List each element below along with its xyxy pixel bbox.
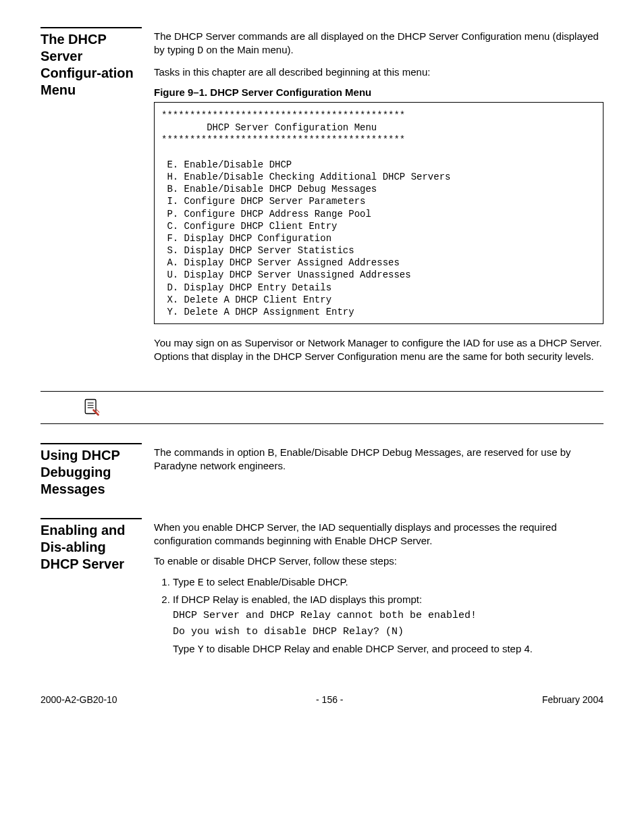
key-literal: E [198, 577, 204, 589]
text: to select Enable/Disable DHCP. [204, 576, 348, 588]
terminal-line: ****************************************… [161, 110, 405, 121]
paragraph: To enable or disable DHCP Server, follow… [154, 554, 603, 568]
side-heading: The DHCP Server Configur-ation Menu [41, 27, 142, 99]
terminal-line: ****************************************… [161, 134, 405, 145]
terminal-line: DHCP Server Configuration Menu [161, 122, 377, 133]
figure-caption: Figure 9–1. DHCP Server Configuration Me… [154, 86, 603, 99]
section-content: When you enable DHCP Server, the IAD seq… [154, 518, 603, 660]
section-content: The DHCP Server commands are all display… [154, 27, 603, 371]
text: If DHCP Relay is enabled, the IAD displa… [173, 594, 422, 605]
footer-left: 2000-A2-GB20-10 [41, 694, 117, 706]
footer-right: February 2004 [542, 694, 603, 706]
text: Type [173, 643, 198, 654]
paragraph: The DHCP Server commands are all display… [154, 30, 603, 59]
paragraph: The commands in option B, Enable/Disable… [154, 446, 603, 473]
text: Type [173, 576, 198, 588]
step-item: If DHCP Relay is enabled, the IAD displa… [173, 593, 603, 657]
note-icon-cell [41, 396, 142, 419]
terminal-output: ****************************************… [154, 102, 603, 324]
key-literal: Y [198, 644, 204, 656]
paragraph: You may sign on as Supervisor or Network… [154, 336, 603, 364]
section-enable-disable-dhcp: Enabling and Dis-abling DHCP Server When… [41, 518, 603, 660]
note-callout [41, 391, 603, 424]
step-item: Type E to select Enable/Disable DHCP. [173, 575, 603, 590]
text: on the Main menu). [203, 44, 293, 55]
section-dhcp-config-menu: The DHCP Server Configur-ation Menu The … [41, 27, 603, 371]
terminal-line: DHCP Server and DHCP Relay cannot both b… [173, 609, 603, 623]
terminal-line: Do you wish to disable DHCP Relay? (N) [173, 625, 603, 639]
note-icon [82, 397, 101, 419]
steps-list: Type E to select Enable/Disable DHCP. If… [154, 575, 603, 657]
footer-center: - 156 - [316, 694, 343, 706]
terminal-menu-items: E. Enable/Disable DHCP H. Enable/Disable… [161, 159, 450, 317]
section-debugging-messages: Using DHCP Debugging Messages The comman… [41, 443, 603, 498]
side-heading: Using DHCP Debugging Messages [41, 443, 142, 498]
side-heading: Enabling and Dis-abling DHCP Server [41, 518, 142, 573]
paragraph: When you enable DHCP Server, the IAD seq… [154, 521, 603, 548]
key-literal: D [197, 45, 203, 57]
section-content: The commands in option B, Enable/Disable… [154, 443, 603, 480]
paragraph: Tasks in this chapter are all described … [154, 66, 603, 79]
text: to disable DHCP Relay and enable DHCP Se… [204, 643, 533, 654]
page-footer: 2000-A2-GB20-10 - 156 - February 2004 [41, 694, 603, 706]
text: Type Y to disable DHCP Relay and enable … [173, 643, 533, 654]
